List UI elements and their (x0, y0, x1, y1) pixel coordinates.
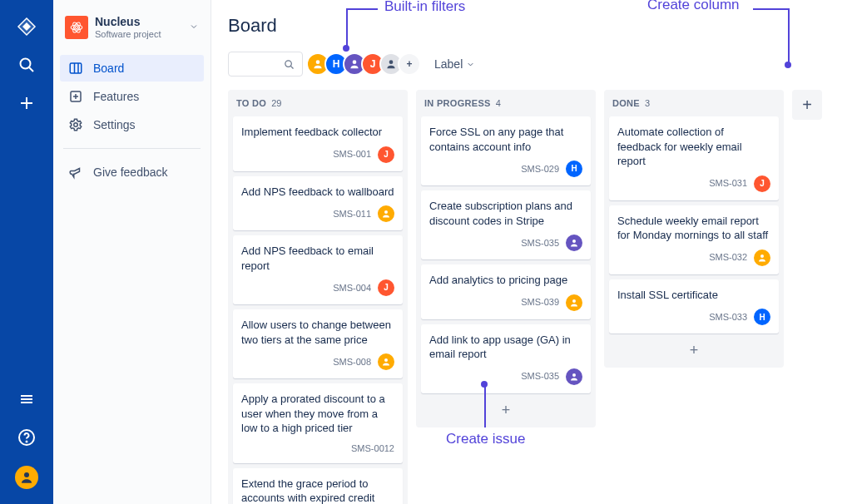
nav-label: Features (93, 90, 139, 103)
issue-card[interactable]: Apply a prorated discount to a user when… (233, 383, 403, 462)
board-toolbar: HJ+ Label (228, 52, 852, 77)
column-name: IN PROGRESS (424, 98, 491, 108)
assignee-avatar[interactable] (378, 353, 394, 370)
card-footer: SMS-0012 (241, 442, 394, 455)
card-title: Add link to app usage (GA) in email repo… (429, 333, 582, 362)
board-column: DONE3Automate collection of feedback for… (604, 90, 784, 368)
svg-point-30 (572, 373, 576, 377)
project-name: Nucleus (95, 15, 182, 29)
assignee-avatar[interactable] (566, 294, 582, 311)
assignee-avatar[interactable]: J (378, 146, 394, 163)
features-icon (68, 89, 83, 104)
create-issue-button[interactable]: + (421, 398, 591, 422)
assignee-avatar[interactable] (378, 205, 394, 222)
card-title: Extend the grace period to accounts with… (241, 477, 394, 504)
issue-key: SMS-039 (521, 296, 559, 309)
nav-label: Settings (93, 118, 136, 131)
issue-key: SMS-035 (521, 370, 559, 383)
board-search-input[interactable] (228, 52, 303, 77)
card-footer: SMS-004J (241, 279, 394, 296)
issue-card[interactable]: Add analytics to pricing pageSMS-039 (421, 264, 591, 319)
profile-avatar[interactable] (15, 466, 38, 489)
board-column: IN PROGRESS4Force SSL on any page that c… (416, 90, 596, 427)
column-count: 4 (496, 98, 501, 108)
create-icon[interactable] (17, 93, 37, 113)
menu-icon[interactable] (17, 389, 37, 409)
search-icon[interactable] (17, 55, 37, 75)
issue-card[interactable]: Automate collection of feedback for week… (609, 116, 779, 200)
issue-card[interactable]: Add link to app usage (GA) in email repo… (421, 324, 591, 393)
project-switcher[interactable]: Nucleus Software project (60, 15, 204, 52)
svg-point-20 (74, 123, 78, 127)
nav-board[interactable]: Board (60, 55, 204, 82)
card-title: Apply a prorated discount to a user when… (241, 392, 394, 436)
board-columns: TO DO29Implement feedback collectorSMS-0… (228, 90, 852, 504)
assignee-avatar[interactable]: H (754, 309, 770, 325)
create-column-button[interactable]: + (792, 90, 822, 120)
assignee-avatar[interactable]: H (566, 161, 582, 177)
svg-point-9 (24, 472, 29, 477)
chevron-down-icon (466, 60, 475, 69)
nav-features[interactable]: Features (60, 83, 204, 110)
card-footer: SMS-039 (429, 294, 582, 311)
board-column: TO DO29Implement feedback collectorSMS-0… (228, 90, 408, 504)
issue-card[interactable]: Force SSL on any page that contains acco… (421, 116, 591, 185)
issue-key: SMS-008 (333, 356, 371, 368)
label-filter[interactable]: Label (429, 54, 480, 74)
issue-card[interactable]: Implement feedback collectorSMS-001J (233, 116, 403, 171)
add-people-button[interactable]: + (398, 52, 421, 76)
issue-key: SMS-035 (521, 237, 559, 250)
assignee-avatar[interactable] (566, 368, 582, 385)
card-footer: SMS-035 (429, 368, 582, 385)
issue-key: SMS-029 (521, 163, 559, 175)
card-title: Implement feedback collector (241, 125, 394, 140)
column-count: 3 (645, 98, 650, 108)
svg-point-31 (760, 254, 764, 258)
card-title: Automate collection of feedback for week… (617, 125, 770, 169)
column-header[interactable]: IN PROGRESS4 (421, 98, 591, 111)
project-type: Software project (95, 29, 182, 40)
issue-key: SMS-033 (709, 311, 747, 324)
svg-point-28 (572, 240, 576, 243)
column-count: 29 (271, 98, 281, 108)
svg-point-23 (316, 60, 320, 64)
issue-key: SMS-0012 (351, 442, 394, 455)
assignee-avatar[interactable] (566, 235, 582, 251)
column-header[interactable]: TO DO29 (233, 98, 403, 111)
issue-card[interactable]: Install SSL certificateSMS-033H (609, 279, 779, 334)
help-icon[interactable] (17, 427, 37, 447)
column-name: DONE (612, 98, 640, 108)
issue-card[interactable]: Extend the grace period to accounts with… (233, 468, 403, 504)
issue-card[interactable]: Allow users to change between two tiers … (233, 309, 403, 378)
issue-key: SMS-032 (709, 251, 747, 264)
nav-settings[interactable]: Settings (60, 111, 204, 138)
svg-line-22 (290, 66, 293, 68)
issue-key: SMS-004 (333, 282, 371, 294)
card-footer: SMS-008 (241, 353, 394, 370)
jira-logo-icon[interactable] (17, 17, 37, 37)
card-footer: SMS-033H (617, 309, 770, 325)
svg-point-29 (572, 299, 576, 303)
assignee-filter-avatars: HJ+ (311, 52, 421, 76)
card-footer: SMS-031J (617, 175, 770, 192)
issue-card[interactable]: Schedule weekly email report for Monday … (609, 205, 779, 274)
issue-card[interactable]: Add NPS feedback to wallboardSMS-011 (233, 176, 403, 231)
assignee-avatar[interactable]: J (378, 279, 394, 296)
card-title: Schedule weekly email report for Monday … (617, 214, 770, 243)
nav-label: Give feedback (93, 166, 168, 179)
card-title: Add analytics to pricing page (429, 273, 582, 288)
nav-give-feedback[interactable]: Give feedback (60, 159, 204, 185)
create-issue-button[interactable]: + (609, 338, 779, 363)
card-footer: SMS-029H (429, 161, 582, 177)
assignee-avatar[interactable] (754, 250, 770, 266)
issue-card[interactable]: Create subscription plans and discount c… (421, 190, 591, 259)
gear-icon (68, 117, 83, 132)
column-header[interactable]: DONE3 (609, 98, 779, 111)
assignee-avatar[interactable]: J (754, 175, 770, 192)
issue-card[interactable]: Add NPS feedback to email reportSMS-004J (233, 235, 403, 304)
global-nav-rail (0, 0, 53, 504)
chevron-down-icon (189, 21, 199, 34)
project-sidebar: Nucleus Software project Board Features … (53, 0, 211, 504)
issue-key: SMS-001 (333, 148, 371, 161)
svg-rect-14 (70, 63, 82, 73)
